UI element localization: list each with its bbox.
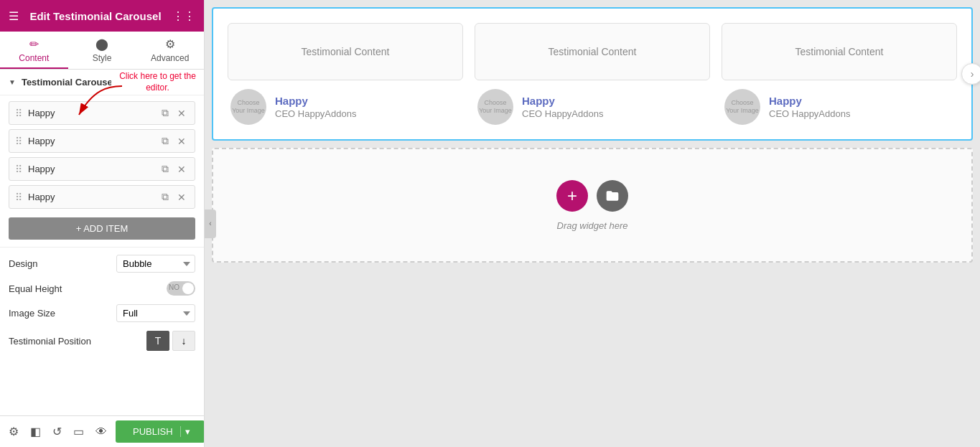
design-setting-row: Design Bubble Classic Modern [9, 255, 195, 273]
items-list: ⠿ Happy ⧉ ✕ ⠿ Happy ⧉ ✕ ⠿ Happy ⧉ ✕ ⠿ Ha… [0, 95, 204, 215]
add-widget-button[interactable]: + [556, 180, 588, 212]
responsive-icon[interactable]: ▭ [70, 422, 87, 441]
author-title: CEO HappyAddons [522, 108, 603, 119]
grid-icon[interactable]: ⋮⋮ [172, 9, 195, 23]
add-item-button[interactable]: + ADD ITEM [9, 217, 195, 240]
layers-icon[interactable]: ◧ [27, 422, 44, 441]
position-top-button[interactable]: T [146, 331, 169, 351]
tab-advanced-label: Advanced [151, 53, 189, 63]
testimonial-content-box: Testimonial Content [722, 23, 957, 80]
item-label: Happy [28, 164, 156, 174]
list-item: ⠿ Happy ⧉ ✕ [9, 185, 195, 209]
drop-zone[interactable]: + Drag widget here [212, 148, 973, 263]
position-setting-row: Testimonial Position T ↓ [9, 331, 195, 351]
position-buttons: T ↓ [146, 331, 195, 351]
drop-zone-text: Drag widget here [557, 220, 628, 231]
carousel-widget[interactable]: › Testimonial Content Choose Your Image … [212, 7, 973, 141]
drag-handle-icon[interactable]: ⠿ [15, 164, 22, 175]
author-name: Happy [275, 95, 356, 107]
tab-advanced[interactable]: ⚙ Advanced [136, 32, 204, 69]
design-select[interactable]: Bubble Classic Modern [116, 255, 195, 273]
testimonial-cards: Testimonial Content Choose Your Image Ha… [228, 23, 957, 125]
item-duplicate-button[interactable]: ⧉ [159, 161, 172, 177]
drag-handle-icon[interactable]: ⠿ [15, 192, 22, 203]
tab-content[interactable]: ✏ Content [0, 32, 68, 69]
author-avatar: Choose Your Image [724, 89, 760, 125]
publish-arrow-icon[interactable]: ▾ [180, 426, 195, 437]
bottom-bar: ⚙ ◧ ↺ ▭ 👁 PUBLISH ▾ [0, 415, 204, 447]
item-delete-button[interactable]: ✕ [174, 162, 189, 177]
tooltip-bubble: Click here to get the editor. [111, 71, 204, 93]
item-label: Happy [28, 136, 156, 146]
settings-section: Design Bubble Classic Modern Equal Heigh… [0, 247, 204, 358]
testimonial-content-text: Testimonial Content [302, 46, 390, 57]
testimonial-card: Testimonial Content Choose Your Image Ha… [722, 23, 957, 125]
advanced-tab-icon: ⚙ [165, 37, 175, 51]
testimonial-author: Choose Your Image Happy CEO HappyAddons [722, 89, 957, 125]
publish-button[interactable]: PUBLISH ▾ [116, 420, 205, 443]
item-delete-button[interactable]: ✕ [174, 190, 189, 204]
testimonial-author: Choose Your Image Happy CEO HappyAddons [228, 89, 463, 125]
top-bar: ☰ Edit Testimonial Carousel ⋮⋮ [0, 0, 204, 32]
chevron-icon[interactable]: ▼ [9, 78, 16, 86]
image-size-label: Image Size [9, 308, 55, 319]
tab-style-label: Style [93, 53, 112, 63]
canvas-area: › Testimonial Content Choose Your Image … [205, 0, 980, 447]
equal-height-toggle[interactable]: NO [167, 281, 195, 296]
item-delete-button[interactable]: ✕ [174, 134, 189, 149]
preview-icon[interactable]: 👁 [93, 423, 110, 441]
testimonial-card: Testimonial Content Choose Your Image Ha… [228, 23, 463, 125]
position-bottom-button[interactable]: ↓ [172, 331, 195, 351]
author-avatar: Choose Your Image [230, 89, 266, 125]
design-label: Design [9, 258, 37, 269]
tabs-row: ✏ Content ⬤ Style ⚙ Advanced [0, 32, 204, 70]
author-info: Happy CEO HappyAddons [275, 95, 356, 119]
author-title: CEO HappyAddons [769, 108, 850, 119]
item-label: Happy [28, 108, 156, 118]
hamburger-icon[interactable]: ☰ [9, 9, 19, 23]
author-info: Happy CEO HappyAddons [522, 95, 603, 119]
top-bar-title: Edit Testimonial Carousel [29, 10, 161, 22]
toggle-no-label: NO [169, 283, 179, 291]
collapse-handle[interactable]: ‹ [205, 210, 216, 238]
image-size-setting-row: Image Size Full Medium Thumbnail [9, 304, 195, 322]
list-item: ⠿ Happy ⧉ ✕ [9, 129, 195, 153]
settings-icon[interactable]: ⚙ [6, 422, 22, 441]
history-icon[interactable]: ↺ [50, 422, 65, 441]
publish-label: PUBLISH [126, 426, 180, 437]
author-name: Happy [769, 95, 850, 107]
equal-height-label: Equal Height [9, 283, 62, 294]
item-duplicate-button[interactable]: ⧉ [159, 133, 172, 149]
testimonial-content-text: Testimonial Content [795, 46, 884, 57]
testimonial-author: Choose Your Image Happy CEO HappyAddons [475, 89, 710, 125]
folder-icon [605, 189, 620, 203]
section-title: Testimonial Carousel [22, 77, 116, 88]
equal-height-setting-row: Equal Height NO [9, 281, 195, 296]
item-duplicate-button[interactable]: ⧉ [159, 105, 172, 121]
list-item: ⠿ Happy ⧉ ✕ [9, 101, 195, 125]
author-info: Happy CEO HappyAddons [769, 95, 850, 119]
author-name: Happy [522, 95, 603, 107]
item-duplicate-button[interactable]: ⧉ [159, 189, 172, 204]
author-title: CEO HappyAddons [275, 108, 356, 119]
right-panel: ‹ › Testimonial Content Choose Your Imag… [205, 0, 980, 447]
drop-zone-buttons: + [556, 180, 628, 212]
tab-style[interactable]: ⬤ Style [68, 32, 136, 69]
position-label: Testimonial Position [9, 336, 91, 347]
section-header: ▼ Testimonial Carousel Click here to get… [0, 70, 204, 95]
testimonial-card: Testimonial Content Choose Your Image Ha… [475, 23, 710, 125]
testimonial-content-box: Testimonial Content [228, 23, 463, 80]
style-tab-icon: ⬤ [95, 37, 108, 51]
left-panel: ☰ Edit Testimonial Carousel ⋮⋮ ✏ Content… [0, 0, 205, 447]
author-avatar: Choose Your Image [477, 89, 513, 125]
item-label: Happy [28, 192, 156, 202]
tab-content-label: Content [19, 53, 49, 63]
image-size-select[interactable]: Full Medium Thumbnail [116, 304, 195, 322]
content-tab-icon: ✏ [29, 37, 39, 51]
carousel-nav-right[interactable]: › [961, 63, 980, 85]
drag-handle-icon[interactable]: ⠿ [15, 136, 22, 147]
drag-handle-icon[interactable]: ⠿ [15, 108, 22, 119]
testimonial-content-box: Testimonial Content [475, 23, 710, 80]
template-button[interactable] [597, 180, 628, 212]
item-delete-button[interactable]: ✕ [174, 106, 189, 121]
